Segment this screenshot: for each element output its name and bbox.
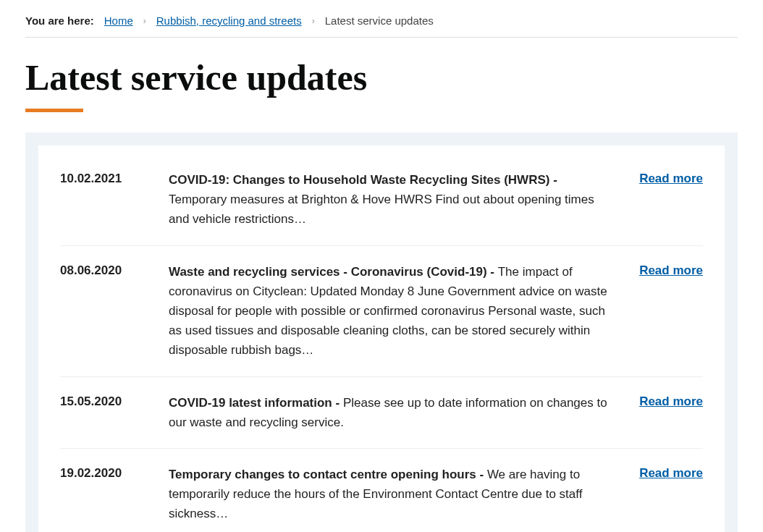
update-title: COVID-19 latest information - [169,396,343,410]
update-row: 15.05.2020 COVID-19 latest information -… [60,377,703,449]
read-more-link[interactable]: Read more [639,393,703,409]
read-more-link[interactable]: Read more [639,465,703,481]
updates-list: 10.02.2021 COVID-19: Changes to Househol… [38,145,725,532]
update-date: 08.06.2020 [60,262,154,278]
breadcrumb-current: Latest service updates [325,14,434,27]
chevron-right-icon: › [143,16,146,26]
breadcrumb: You are here: Home › Rubbish, recycling … [25,14,738,38]
updates-panel: 10.02.2021 COVID-19: Changes to Househol… [25,132,738,532]
read-more-link[interactable]: Read more [639,262,703,278]
breadcrumb-link-rubbish[interactable]: Rubbish, recycling and streets [156,14,302,27]
update-row: 08.06.2020 Waste and recycling services … [60,246,703,377]
update-body: Temporary changes to contact centre open… [169,465,625,524]
chevron-right-icon: › [312,16,315,26]
update-title: COVID-19: Changes to Household Waste Rec… [169,173,557,187]
update-row: 10.02.2021 COVID-19: Changes to Househol… [60,154,703,246]
page-title: Latest service updates [25,56,738,98]
update-body: Waste and recycling services - Coronavir… [169,262,625,360]
breadcrumb-label: You are here: [25,14,94,27]
title-underline [25,109,83,112]
read-more-link[interactable]: Read more [639,170,703,186]
update-date: 15.05.2020 [60,393,154,409]
update-date: 19.02.2020 [60,465,154,481]
update-title: Temporary changes to contact centre open… [169,468,487,481]
breadcrumb-link-home[interactable]: Home [104,14,133,27]
update-title: Waste and recycling services - Coronavir… [169,265,498,279]
update-summary: Temporary measures at Brighton & Hove HW… [169,193,594,226]
update-body: COVID-19: Changes to Household Waste Rec… [169,170,625,229]
update-body: COVID-19 latest information - Please see… [169,393,625,432]
update-date: 10.02.2021 [60,170,154,186]
update-row: 19.02.2020 Temporary changes to contact … [60,449,703,532]
